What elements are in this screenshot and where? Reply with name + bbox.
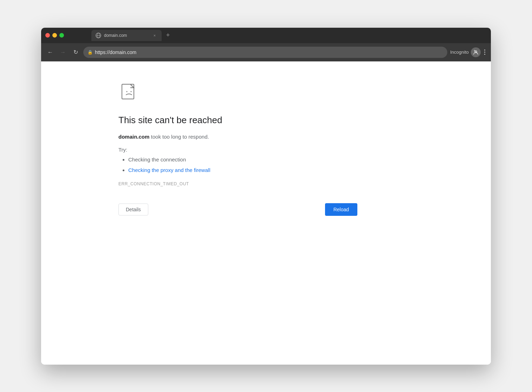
details-button[interactable]: Details — [118, 204, 148, 215]
lock-icon: 🔒 — [87, 50, 93, 55]
browser-menu-button[interactable] — [483, 48, 487, 56]
url-bar[interactable]: 🔒 https://domain.com — [83, 47, 447, 58]
list-item: Checking the proxy and the firewall — [128, 166, 357, 174]
list-item: Checking the connection — [128, 155, 357, 164]
svg-point-6 — [126, 91, 128, 92]
incognito-label: Incognito — [450, 49, 469, 55]
url-text: https://domain.com — [95, 49, 136, 55]
browser-tab[interactable]: domain.com × — [91, 30, 162, 41]
tab-close-button[interactable]: × — [152, 33, 157, 38]
tab-bar: domain.com × + — [67, 30, 487, 41]
page-content: This site can't be reached domain.com to… — [41, 61, 491, 365]
suggestion-text: Checking the connection — [128, 157, 186, 162]
browser-window: domain.com × + ← → ↻ 🔒 https://domain.co… — [41, 28, 491, 365]
tab-title: domain.com — [104, 33, 149, 38]
error-title: This site can't be reached — [118, 115, 357, 126]
try-label: Try: — [118, 147, 357, 153]
proxy-firewall-link[interactable]: Checking the proxy and the firewall — [128, 167, 210, 173]
close-window-button[interactable] — [45, 33, 50, 38]
error-container: This site can't be reached domain.com to… — [118, 82, 357, 216]
error-code: ERR_CONNECTION_TIMED_OUT — [118, 181, 357, 186]
tab-favicon-icon — [96, 33, 101, 38]
error-icon — [118, 82, 140, 104]
new-tab-button[interactable]: + — [163, 31, 173, 40]
traffic-lights — [45, 33, 64, 38]
suggestions-list: Checking the connection Checking the pro… — [118, 155, 357, 174]
reload-nav-button[interactable]: ↻ — [71, 47, 80, 57]
maximize-window-button[interactable] — [59, 33, 64, 38]
error-description: domain.com took too long to respond. — [118, 133, 357, 141]
svg-point-7 — [131, 91, 132, 92]
button-row: Details Reload — [118, 203, 357, 216]
back-button[interactable]: ← — [45, 47, 55, 57]
reload-button[interactable]: Reload — [325, 203, 357, 216]
title-bar: domain.com × + — [41, 28, 491, 43]
minimize-window-button[interactable] — [52, 33, 57, 38]
incognito-icon — [471, 47, 481, 57]
address-bar: ← → ↻ 🔒 https://domain.com Incognito — [41, 43, 491, 61]
error-domain: domain.com — [118, 134, 149, 140]
forward-button[interactable]: → — [58, 47, 68, 57]
error-description-suffix: took too long to respond. — [149, 134, 209, 140]
address-bar-right: Incognito — [450, 47, 487, 57]
